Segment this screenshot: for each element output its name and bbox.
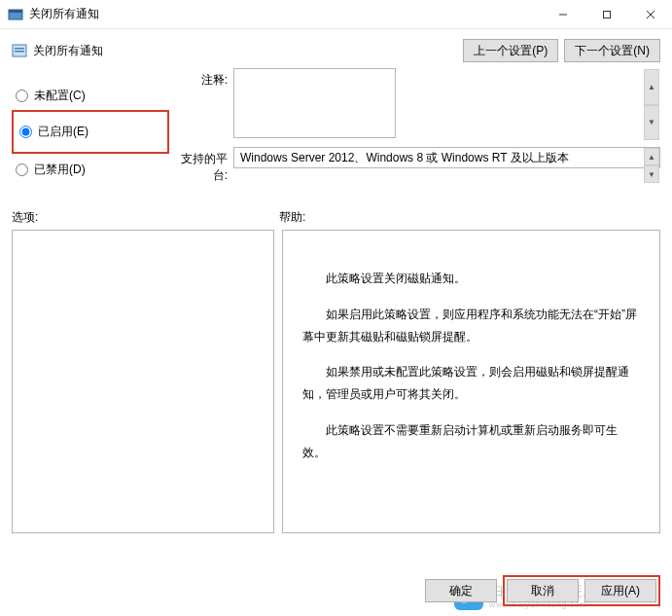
config-area: 未配置(C) 已启用(E) 已禁用(D) 注释: ▲ ▼ 支持的平台: bbox=[0, 68, 672, 190]
highlight-cancel-apply: 取消 应用(A) bbox=[503, 575, 660, 606]
cancel-button[interactable]: 取消 bbox=[507, 579, 579, 602]
comment-textarea[interactable] bbox=[233, 68, 396, 138]
svg-rect-3 bbox=[603, 11, 610, 18]
platform-text: Windows Server 2012、Windows 8 或 Windows … bbox=[240, 150, 569, 166]
comment-scroll-down[interactable]: ▼ bbox=[644, 105, 659, 141]
prev-setting-button[interactable]: 上一个设置(P) bbox=[463, 39, 558, 62]
close-button[interactable] bbox=[628, 0, 672, 29]
window-controls bbox=[541, 0, 672, 29]
ok-button[interactable]: 确定 bbox=[425, 579, 497, 602]
help-p2: 如果启用此策略设置，则应用程序和系统功能无法在“开始”屏幕中更新其磁贴和磁贴锁屏… bbox=[302, 304, 640, 348]
platform-label: 支持的平台: bbox=[177, 147, 233, 184]
platform-scroll-down[interactable]: ▼ bbox=[644, 165, 659, 183]
apply-button[interactable]: 应用(A) bbox=[584, 579, 656, 602]
help-p4: 此策略设置不需要重新启动计算机或重新启动服务即可生效。 bbox=[302, 419, 640, 464]
radio-not-configured[interactable]: 未配置(C) bbox=[12, 80, 169, 112]
titlebar: 关闭所有通知 bbox=[0, 0, 672, 29]
platform-value: Windows Server 2012、Windows 8 或 Windows … bbox=[233, 147, 660, 168]
maximize-button[interactable] bbox=[584, 0, 628, 29]
comment-scroll: ▲ ▼ bbox=[644, 69, 659, 140]
radio-enabled-input[interactable] bbox=[19, 126, 32, 138]
svg-rect-7 bbox=[15, 48, 24, 50]
minimize-button[interactable] bbox=[541, 0, 584, 29]
radio-disabled-label: 已禁用(D) bbox=[34, 162, 86, 178]
radio-enabled[interactable]: 已启用(E) bbox=[16, 116, 167, 148]
highlight-enabled: 已启用(E) bbox=[12, 110, 169, 154]
help-p1: 此策略设置关闭磁贴通知。 bbox=[302, 268, 640, 290]
page-title: 关闭所有通知 bbox=[33, 43, 457, 59]
policy-icon bbox=[12, 43, 27, 58]
radio-not-configured-input[interactable] bbox=[16, 90, 28, 102]
radio-column: 未配置(C) 已启用(E) 已禁用(D) bbox=[12, 68, 169, 190]
options-label: 选项: bbox=[12, 209, 279, 226]
platform-scroll: ▲ ▼ bbox=[644, 148, 659, 183]
radio-disabled[interactable]: 已禁用(D) bbox=[12, 154, 169, 186]
svg-rect-1 bbox=[9, 10, 22, 13]
comment-scroll-up[interactable]: ▲ bbox=[644, 69, 659, 105]
window-icon bbox=[8, 7, 23, 22]
help-label: 帮助: bbox=[279, 209, 660, 226]
panels-row: 此策略设置关闭磁贴通知。 如果启用此策略设置，则应用程序和系统功能无法在“开始”… bbox=[0, 230, 672, 533]
footer: 确定 取消 应用(A) bbox=[425, 575, 660, 606]
platform-scroll-up[interactable]: ▲ bbox=[644, 148, 659, 165]
help-panel: 此策略设置关闭磁贴通知。 如果启用此策略设置，则应用程序和系统功能无法在“开始”… bbox=[282, 230, 660, 533]
comment-label: 注释: bbox=[177, 68, 233, 141]
radio-enabled-label: 已启用(E) bbox=[38, 124, 88, 140]
right-column: 注释: ▲ ▼ 支持的平台: Windows Server 2012、Windo… bbox=[177, 68, 660, 190]
help-p3: 如果禁用或未配置此策略设置，则会启用磁贴和锁屏提醒通知，管理员或用户可将其关闭。 bbox=[302, 361, 640, 406]
svg-rect-8 bbox=[15, 51, 24, 53]
options-panel bbox=[12, 230, 274, 533]
header-row: 关闭所有通知 上一个设置(P) 下一个设置(N) bbox=[0, 29, 672, 68]
section-labels: 选项: 帮助: bbox=[0, 190, 672, 230]
window-title: 关闭所有通知 bbox=[29, 6, 541, 22]
platform-row: 支持的平台: Windows Server 2012、Windows 8 或 W… bbox=[177, 147, 660, 184]
radio-disabled-input[interactable] bbox=[16, 163, 28, 176]
radio-not-configured-label: 未配置(C) bbox=[34, 88, 86, 104]
next-setting-button[interactable]: 下一个设置(N) bbox=[564, 39, 660, 62]
comment-row: 注释: ▲ ▼ bbox=[177, 68, 660, 141]
